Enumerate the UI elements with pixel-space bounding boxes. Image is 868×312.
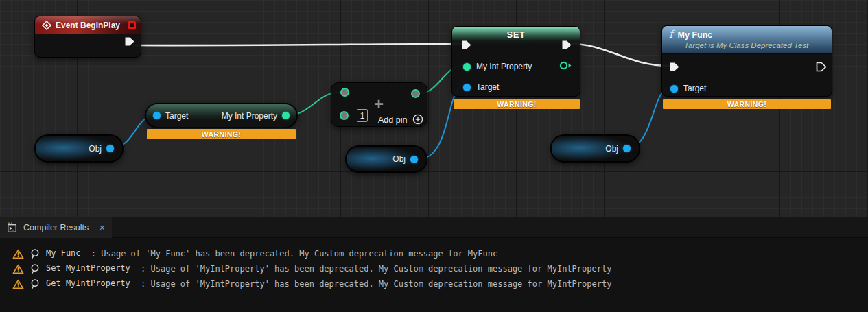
exec-out-pin[interactable] (561, 40, 572, 50)
node-myfunc[interactable]: f My Func Target is My Class Deprecated … (661, 25, 832, 97)
node-obj-variable-1[interactable]: Obj (34, 134, 124, 163)
pin-label-output: My Int Property (222, 111, 277, 121)
warning-node-link[interactable]: Get MyIntProperty (46, 278, 130, 289)
tab-label: Compiler Results (23, 223, 89, 232)
obj-output-pin[interactable] (106, 145, 114, 152)
add-input-b-pin[interactable] (340, 111, 349, 120)
compiler-warning-row: Set MyIntProperty : Usage of 'MyIntPrope… (0, 261, 868, 276)
target-input-pin[interactable] (153, 112, 161, 119)
warning-node-link[interactable]: Set MyIntProperty (46, 263, 130, 274)
exec-in-pin[interactable] (669, 62, 680, 72)
target-input-pin[interactable] (670, 85, 678, 93)
compiler-results-panel: Compiler Results × My Func : Usage of 'M… (0, 217, 868, 312)
warning-triangle-icon (12, 249, 24, 259)
warning-message: : Usage of 'MyIntProperty' has been depr… (136, 264, 612, 274)
node-subtitle: Target is My Class Deprecated Test (684, 41, 825, 49)
node-event-beginplay[interactable]: Event BeginPlay (34, 16, 141, 58)
exec-out-pin[interactable] (124, 36, 135, 47)
node-get-myintproperty[interactable]: Target My Int Property (145, 103, 298, 128)
warning-message: : Usage of 'MyIntProperty' has been depr… (136, 279, 612, 289)
search-icon (30, 278, 40, 289)
value-output-pin[interactable] (282, 112, 290, 119)
pin-label-myintproperty: My Int Property (476, 62, 532, 71)
pin-label-target: Target (476, 82, 499, 92)
node-obj-variable-3[interactable]: Obj (550, 134, 640, 163)
myintproperty-output-pin[interactable] (559, 61, 573, 70)
obj-output-pin[interactable] (410, 156, 418, 163)
obj-label: Obj (392, 154, 406, 164)
panel-tab-bar: Compiler Results × (0, 217, 868, 238)
blueprint-editor: Event BeginPlay Target My Int Property W… (0, 0, 868, 312)
node-title: My Func (678, 30, 713, 40)
target-input-pin[interactable] (463, 84, 471, 91)
tab-compiler-results[interactable]: Compiler Results × (0, 217, 112, 238)
function-node-header: f My Func Target is My Class Deprecated … (662, 26, 832, 54)
warning-message: : Usage of 'My Func' has been deprecated… (86, 249, 498, 259)
search-icon (30, 248, 40, 259)
blueprint-graph-canvas[interactable]: Event BeginPlay Target My Int Property W… (0, 0, 868, 217)
node-title: Event BeginPlay (56, 21, 120, 30)
event-diamond-icon (42, 21, 51, 30)
node-set-myintproperty[interactable]: SET My Int Property Target (451, 26, 580, 97)
compiler-warning-row: My Func : Usage of 'My Func' has been de… (0, 246, 868, 261)
compiler-warning-row: Get MyIntProperty : Usage of 'MyIntPrope… (0, 276, 868, 291)
warning-node-link[interactable]: My Func (46, 248, 81, 259)
add-input-a-pin[interactable] (340, 88, 349, 97)
wire-exec-set-to-myfunc[interactable] (572, 44, 670, 66)
warning-banner-get: WARNING! (147, 129, 296, 139)
search-icon (30, 263, 40, 274)
default-value-input[interactable]: 1 (357, 109, 368, 122)
exec-in-pin[interactable] (461, 40, 472, 50)
compiler-results-icon (7, 222, 17, 233)
node-add-int[interactable]: + 1 Add pin (331, 82, 427, 127)
warning-triangle-icon (12, 264, 24, 274)
plus-operator-icon: + (374, 96, 384, 112)
obj-output-pin[interactable] (623, 145, 631, 152)
pin-label-target: Target (683, 84, 706, 93)
compiler-results-list: My Func : Usage of 'My Func' has been de… (0, 238, 868, 291)
add-pin-plus-icon[interactable] (412, 114, 423, 127)
warning-triangle-icon (12, 279, 24, 289)
breakpoint-indicator[interactable] (128, 21, 136, 29)
obj-label: Obj (89, 144, 102, 154)
add-pin-label[interactable]: Add pin (378, 115, 407, 125)
node-obj-variable-2[interactable]: Obj (345, 145, 427, 173)
warning-banner-set: WARNING! (454, 99, 580, 109)
pin-label-target: Target (165, 111, 188, 121)
myintproperty-input-pin[interactable] (463, 63, 471, 71)
close-icon[interactable]: × (99, 223, 105, 232)
warning-banner-myfunc: WARNING! (663, 99, 831, 109)
obj-label: Obj (605, 144, 618, 154)
wire-exec-beginplay-to-set[interactable] (134, 44, 461, 45)
node-title: SET (507, 29, 526, 40)
function-icon: f (669, 29, 673, 40)
add-output-pin[interactable] (411, 89, 420, 98)
event-node-header: Event BeginPlay (35, 16, 141, 34)
exec-out-pin[interactable] (816, 62, 827, 72)
